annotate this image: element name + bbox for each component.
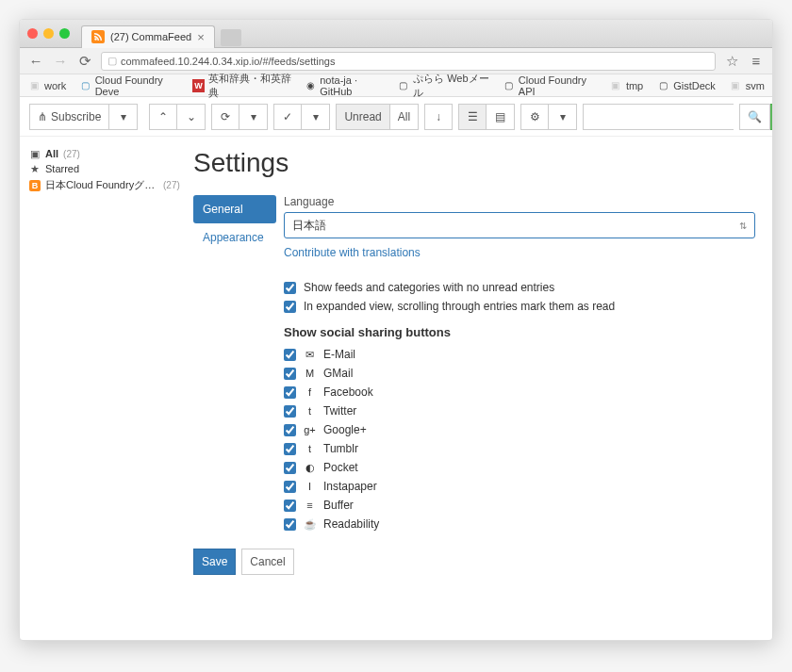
sidebar-all[interactable]: ▣ All (27) xyxy=(29,146,180,161)
close-window-icon[interactable] xyxy=(27,28,38,39)
check-scroll-read-input[interactable] xyxy=(284,301,296,313)
settings-tabs: General Appearance xyxy=(193,195,276,533)
check-twitter[interactable]: tTwitter xyxy=(284,402,755,420)
check-icon: ✓ xyxy=(283,110,292,123)
bookmark-plala[interactable]: ▢ぷらら Webメール xyxy=(398,72,490,100)
bookmark-cloud-foundry-dev[interactable]: ▢Cloud Foundry Deve xyxy=(79,74,179,97)
search-button[interactable]: 🔍 xyxy=(739,104,770,130)
minimize-window-icon[interactable] xyxy=(43,28,54,39)
tab-appearance[interactable]: Appearance xyxy=(193,223,276,252)
refresh-button[interactable]: ⟳ xyxy=(211,104,239,130)
mark-read-button[interactable]: ✓ xyxy=(273,104,302,130)
back-button[interactable]: ← xyxy=(27,53,44,69)
list-icon: ☰ xyxy=(468,110,478,123)
settings-pane: Language 日本語 ⇅ Contribute with translati… xyxy=(276,195,755,533)
bookmark-cf-api[interactable]: ▢Cloud Foundry API xyxy=(503,74,596,97)
subscribe-button[interactable]: ⋔Subscribe xyxy=(29,104,109,130)
new-tab-button[interactable] xyxy=(221,29,241,46)
facebook-icon: f xyxy=(304,386,316,398)
check-show-empty[interactable]: Show feeds and categories with no unread… xyxy=(284,278,755,297)
sort-button[interactable]: ↓ xyxy=(424,104,453,130)
bookmark-tmp[interactable]: ▣tmp xyxy=(609,79,643,92)
pocket-icon: ◐ xyxy=(304,462,316,474)
check-gmail[interactable]: MGMail xyxy=(284,364,755,383)
filter-all[interactable]: All xyxy=(390,104,419,130)
check-buffer[interactable]: ≡Buffer xyxy=(284,496,755,515)
settings-button[interactable]: ⚙ xyxy=(520,104,549,130)
subscribe-dropdown[interactable]: ▾ xyxy=(109,104,138,130)
gear-icon: ⚙ xyxy=(530,110,540,123)
check-tumblr[interactable]: tTumblr xyxy=(284,439,755,458)
mark-read-dropdown[interactable]: ▾ xyxy=(302,104,330,130)
check-show-empty-input[interactable] xyxy=(284,282,296,294)
search-icon: 🔍 xyxy=(748,110,762,123)
star-button[interactable]: ☆ xyxy=(723,53,740,70)
chevron-down-icon: ▾ xyxy=(560,110,566,123)
browser-tab[interactable]: (27) CommaFeed × xyxy=(81,25,215,48)
maximize-window-icon[interactable] xyxy=(59,28,70,39)
twitter-icon: t xyxy=(304,405,316,417)
check-googleplus[interactable]: g+Google+ xyxy=(284,420,755,439)
tab-general[interactable]: General xyxy=(193,195,276,223)
app-root: ⋔Subscribe ▾ ⌃ ⌄ ⟳ ▾ ✓ ▾ Unread All ↓ xyxy=(20,97,772,640)
save-button[interactable]: Save xyxy=(193,549,236,575)
blogger-icon: B xyxy=(29,180,41,191)
bookmark-gistdeck[interactable]: ▢GistDeck xyxy=(656,79,716,92)
email-icon: ✉ xyxy=(304,349,316,361)
settings-content: Settings General Appearance Language 日本語… xyxy=(190,137,772,640)
inbox-icon: ▣ xyxy=(29,148,41,159)
rss-icon: ⋔ xyxy=(38,110,47,123)
page-icon: ▢ xyxy=(107,55,117,67)
language-select[interactable]: 日本語 ⇅ xyxy=(284,212,755,238)
check-facebook[interactable]: fFacebook xyxy=(284,383,755,402)
chevron-down-icon: ▾ xyxy=(121,110,126,123)
bookmarks-bar: ▣work ▢Cloud Foundry Deve W英和辞典・和英辞典 ◉no… xyxy=(20,74,772,97)
sidebar: ▣ All (27) ★ Starred B 日本Cloud Foundryグル… xyxy=(20,137,190,640)
settings-dropdown[interactable]: ▾ xyxy=(549,104,577,130)
bookmark-weblio[interactable]: W英和辞典・和英辞典 xyxy=(192,72,290,100)
view-detail-button[interactable]: ▤ xyxy=(487,104,515,130)
star-icon: ★ xyxy=(29,163,41,174)
tab-close-icon[interactable]: × xyxy=(197,30,205,44)
page-icon: ▢ xyxy=(503,79,514,92)
folder-icon: ▣ xyxy=(729,79,742,92)
address-bar: ← → ⟳ ▢ commafeed.10.244.0.34.xip.io/#/f… xyxy=(20,48,772,74)
bookmark-github[interactable]: ◉nota-ja · GitHub xyxy=(305,74,385,97)
check-email[interactable]: ✉E-Mail xyxy=(284,345,755,364)
next-button[interactable]: ⌄ xyxy=(177,104,206,130)
refresh-dropdown[interactable]: ▾ xyxy=(239,104,268,130)
sidebar-starred[interactable]: ★ Starred xyxy=(29,161,180,176)
prev-button[interactable]: ⌃ xyxy=(149,104,177,130)
bookmark-svm[interactable]: ▣svm xyxy=(729,79,765,92)
filter-unread[interactable]: Unread xyxy=(336,104,389,130)
weblio-icon: W xyxy=(192,79,204,92)
check-scroll-read[interactable]: In expanded view, scrolling through entr… xyxy=(284,297,755,316)
contribute-link[interactable]: Contribute with translations xyxy=(284,246,421,259)
check-readability[interactable]: ☕Readability xyxy=(284,515,755,533)
instapaper-icon: I xyxy=(304,481,316,492)
sidebar-feed-0[interactable]: B 日本Cloud Foundryグループ ブログ (27) xyxy=(29,176,180,194)
check-instapaper[interactable]: IInstapaper xyxy=(284,477,755,496)
menu-button[interactable]: ≡ xyxy=(748,53,765,69)
googleplus-icon: g+ xyxy=(304,424,316,435)
chevron-down-icon: ▾ xyxy=(313,110,319,123)
view-list-button[interactable]: ☰ xyxy=(458,104,487,130)
bookmark-work[interactable]: ▣work xyxy=(27,79,66,92)
app-body: ▣ All (27) ★ Starred B 日本Cloud Foundryグル… xyxy=(20,137,772,640)
forward-button[interactable]: → xyxy=(52,53,69,69)
folder-icon: ▣ xyxy=(27,79,41,92)
arrow-down-icon: ↓ xyxy=(436,110,441,123)
page-icon: ▢ xyxy=(656,79,669,92)
buffer-icon: ≡ xyxy=(304,500,316,511)
cancel-button[interactable]: Cancel xyxy=(241,549,293,575)
select-arrows-icon: ⇅ xyxy=(739,221,747,231)
reload-button[interactable]: ⟳ xyxy=(76,53,93,70)
language-label: Language xyxy=(284,195,755,208)
chevron-down-icon: ⌄ xyxy=(187,110,196,123)
add-button[interactable]: ℹ xyxy=(770,104,772,130)
url-field[interactable]: ▢ commafeed.10.244.0.34.xip.io/#/feeds/s… xyxy=(101,52,716,71)
search-input[interactable] xyxy=(583,104,734,130)
detail-icon: ▤ xyxy=(495,110,505,123)
page-title: Settings xyxy=(193,148,755,178)
check-pocket[interactable]: ◐Pocket xyxy=(284,458,755,477)
